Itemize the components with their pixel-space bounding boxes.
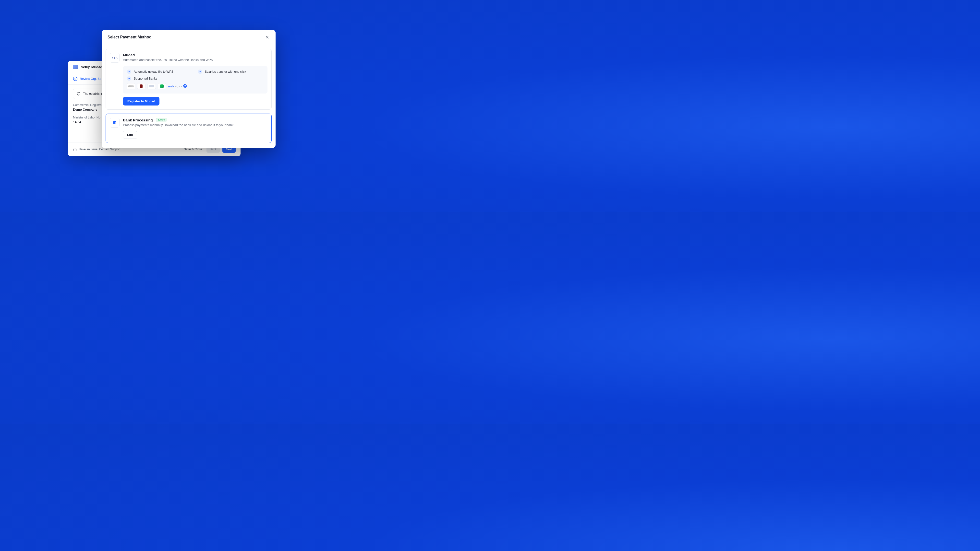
check-icon bbox=[127, 70, 131, 74]
feature-row-1: Automatic upload file to WPS Salaries tr… bbox=[127, 70, 264, 74]
bank-logo-3-icon bbox=[148, 83, 156, 89]
feature-supported-banks: Supported Banks anb مصرف bbox=[127, 76, 264, 89]
svg-rect-2 bbox=[76, 149, 76, 151]
bank-logo-1-icon bbox=[127, 83, 135, 89]
bank-title-row: Bank Processing Active bbox=[123, 118, 267, 122]
mudad-meta: Mudad Automated and hassle free. It's Li… bbox=[123, 53, 267, 62]
feature-salaries-label: Salaries transfer with one click bbox=[205, 70, 246, 73]
support-text: Have an issue, Contact Support bbox=[79, 148, 120, 151]
svg-rect-1 bbox=[73, 149, 74, 151]
contact-support-link[interactable]: Have an issue, Contact Support bbox=[73, 148, 120, 151]
payment-method-modal: Select Payment Method Mudad Automated an… bbox=[102, 30, 275, 148]
edit-button[interactable]: Edit bbox=[123, 131, 137, 139]
close-icon[interactable] bbox=[265, 35, 270, 40]
mudad-option-card[interactable]: Mudad Automated and hassle free. It's Li… bbox=[105, 49, 272, 110]
modal-body: Mudad Automated and hassle free. It's Li… bbox=[102, 44, 275, 148]
bank-logos-row: anb مصرف bbox=[127, 83, 187, 89]
check-circle-icon bbox=[77, 92, 81, 96]
check-icon bbox=[198, 70, 202, 74]
step-progress-ring-icon bbox=[73, 76, 77, 81]
mudad-logo-icon bbox=[112, 56, 118, 60]
mudad-logo-box bbox=[110, 53, 119, 63]
mudad-desc: Automated and hassle free. It's Linked w… bbox=[123, 58, 267, 62]
bank-logos-tail: anb مصرف bbox=[168, 84, 187, 88]
bank-processing-option-card[interactable]: Bank Processing Active Process payments … bbox=[105, 114, 272, 143]
anb-logo-text: anb bbox=[168, 84, 173, 88]
bank-desc: Process payments manually Download the b… bbox=[123, 123, 267, 127]
bank-option-head: Bank Processing Active Process payments … bbox=[110, 118, 267, 127]
bank-building-icon bbox=[112, 120, 117, 125]
modal-title: Select Payment Method bbox=[108, 35, 152, 40]
feature-salaries: Salaries transfer with one click bbox=[198, 70, 259, 74]
svg-rect-6 bbox=[116, 122, 116, 124]
mudad-option-head: Mudad Automated and hassle free. It's Li… bbox=[110, 53, 267, 63]
bank-title: Bank Processing bbox=[123, 118, 153, 122]
mudad-feature-box: Automatic upload file to WPS Salaries tr… bbox=[123, 66, 267, 94]
feature-auto-upload: Automatic upload file to WPS bbox=[127, 70, 188, 74]
rajhi-logo-icon bbox=[183, 84, 188, 89]
feature-auto-label: Automatic upload file to WPS bbox=[134, 70, 173, 73]
bank-meta: Bank Processing Active Process payments … bbox=[123, 118, 267, 127]
svg-rect-3 bbox=[113, 124, 116, 124]
check-icon bbox=[127, 76, 131, 81]
bank-logo-box bbox=[110, 118, 119, 127]
feature-banks-label: Supported Banks bbox=[134, 77, 157, 80]
svg-rect-5 bbox=[115, 122, 115, 124]
save-close-button[interactable]: Save & Close bbox=[183, 148, 204, 151]
bank-arabic-text-icon: مصرف bbox=[175, 85, 182, 87]
bank-logo-2-icon bbox=[137, 83, 145, 89]
active-badge: Active bbox=[156, 118, 167, 122]
register-mudad-button[interactable]: Register to Mudad bbox=[123, 97, 159, 105]
svg-rect-4 bbox=[113, 122, 114, 124]
bank-logo-4-icon bbox=[158, 83, 166, 89]
wizard-logo-icon bbox=[73, 65, 78, 69]
modal-header: Select Payment Method bbox=[102, 30, 275, 44]
headset-icon bbox=[73, 148, 77, 151]
wizard-title: Setup Mudad bbox=[81, 65, 102, 69]
mudad-title: Mudad bbox=[123, 53, 267, 57]
